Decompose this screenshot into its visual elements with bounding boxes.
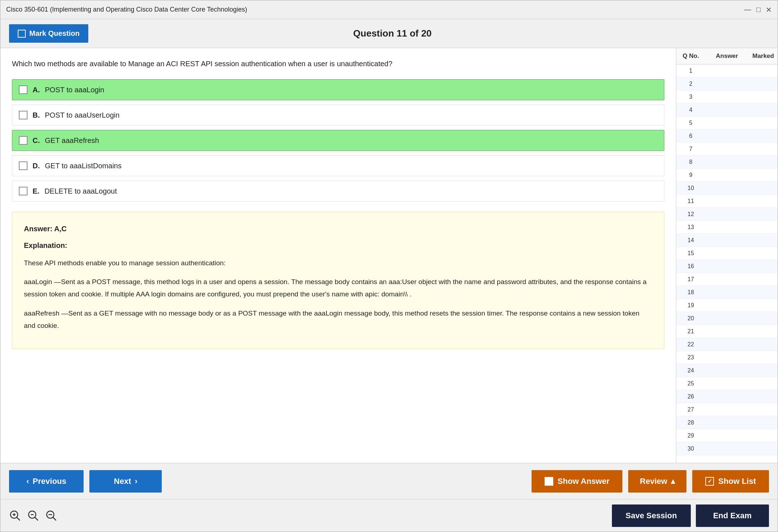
choice-c-checkbox <box>19 136 28 145</box>
close-button[interactable]: ✕ <box>766 5 772 14</box>
sidebar-row[interactable]: 6 <box>676 130 778 143</box>
sidebar-row[interactable]: 13 <box>676 221 778 234</box>
show-list-checkbox-icon: ✓ <box>705 477 714 486</box>
sidebar-row[interactable]: 8 <box>676 156 778 169</box>
svg-line-6 <box>35 517 38 520</box>
sidebar-row[interactable]: 9 <box>676 169 778 182</box>
sidebar-row[interactable]: 17 <box>676 273 778 286</box>
previous-button[interactable]: ‹ Previous <box>9 470 84 493</box>
explanation-p2: aaaLogin —Sent as a POST message, this m… <box>24 276 652 300</box>
choice-b[interactable]: B. POST to aaaUserLogin <box>12 105 664 126</box>
bottom-right-buttons: Save Session End Exam <box>612 504 769 527</box>
choice-a[interactable]: A. POST to aaaLogin <box>12 79 664 100</box>
window-controls: — □ ✕ <box>744 5 772 14</box>
choice-e[interactable]: E. DELETE to aaaLogout <box>12 181 664 202</box>
sidebar-row-num: 23 <box>676 354 705 361</box>
question-area: Which two methods are available to Manag… <box>0 48 676 463</box>
show-list-button[interactable]: ✓ Show List <box>692 470 769 493</box>
sidebar-header: Q No. Answer Marked <box>676 48 778 64</box>
sidebar-row[interactable]: 19 <box>676 299 778 312</box>
sidebar-row[interactable]: 22 <box>676 338 778 351</box>
zoom-controls <box>9 510 58 522</box>
zoom-reset-icon <box>27 510 39 522</box>
sidebar-row[interactable]: 26 <box>676 390 778 403</box>
question-title: Question 11 of 20 <box>353 28 432 39</box>
choice-d-label: D. <box>33 162 40 170</box>
choice-c[interactable]: C. GET aaaRefresh <box>12 130 664 151</box>
sidebar-row[interactable]: 10 <box>676 182 778 195</box>
sidebar-row[interactable]: 24 <box>676 364 778 377</box>
mark-checkbox-icon <box>18 30 26 38</box>
end-exam-button[interactable]: End Exam <box>696 504 769 527</box>
sidebar-row-num: 16 <box>676 263 705 270</box>
sidebar-row[interactable]: 15 <box>676 247 778 260</box>
sidebar-row-num: 27 <box>676 406 705 413</box>
choice-a-text: POST to aaaLogin <box>45 86 104 94</box>
sidebar-row[interactable]: 3 <box>676 90 778 104</box>
sidebar-list[interactable]: 1 2 3 4 5 6 7 8 <box>676 64 778 463</box>
zoom-in-button[interactable] <box>9 510 21 522</box>
sidebar-row[interactable]: 29 <box>676 429 778 442</box>
sidebar-row[interactable]: 28 <box>676 416 778 429</box>
sidebar-row[interactable]: 2 <box>676 77 778 90</box>
sidebar-row-num: 8 <box>676 159 705 165</box>
sidebar-row[interactable]: 25 <box>676 377 778 390</box>
sidebar-col-answer: Answer <box>705 52 749 60</box>
title-bar: Cisco 350-601 (Implementing and Operatin… <box>0 0 778 19</box>
review-button[interactable]: Review ▴ <box>628 470 686 493</box>
sidebar-row[interactable]: 27 <box>676 403 778 416</box>
sidebar-row-num: 17 <box>676 276 705 283</box>
sidebar-row[interactable]: 20 <box>676 312 778 325</box>
sidebar-row-num: 11 <box>676 198 705 204</box>
choice-a-checkbox <box>19 85 28 94</box>
bottom-bar: ‹ Previous Next › Show Answer Review ▴ ✓… <box>0 463 778 499</box>
zoom-reset-button[interactable] <box>27 510 39 522</box>
sidebar-row[interactable]: 18 <box>676 286 778 299</box>
sidebar: Q No. Answer Marked 1 2 3 4 5 6 <box>676 48 778 463</box>
save-session-button[interactable]: Save Session <box>612 504 691 527</box>
sidebar-row[interactable]: 4 <box>676 104 778 117</box>
sidebar-row[interactable]: 7 <box>676 143 778 156</box>
sidebar-row[interactable]: 5 <box>676 117 778 130</box>
toolbar: Mark Question Question 11 of 20 <box>0 19 778 48</box>
svg-line-3 <box>17 517 20 520</box>
minimize-button[interactable]: — <box>744 5 751 14</box>
sidebar-row-num: 18 <box>676 289 705 296</box>
sidebar-row[interactable]: 23 <box>676 351 778 364</box>
sidebar-row[interactable]: 12 <box>676 208 778 221</box>
sidebar-row-num: 24 <box>676 367 705 374</box>
choice-e-text: DELETE to aaaLogout <box>45 187 117 195</box>
answer-box: Answer: A,C Explanation: These API metho… <box>12 212 664 349</box>
choice-a-label: A. <box>33 86 40 94</box>
zoom-out-icon <box>45 510 58 522</box>
previous-chevron-icon: ‹ <box>26 477 29 486</box>
choice-b-text: POST to aaaUserLogin <box>45 111 119 119</box>
choice-c-label: C. <box>33 136 40 145</box>
choice-b-label: B. <box>33 111 40 119</box>
main-window: Cisco 350-601 (Implementing and Operatin… <box>0 0 778 532</box>
sidebar-col-qno: Q No. <box>676 52 705 60</box>
maximize-button[interactable]: □ <box>756 5 761 14</box>
sidebar-row[interactable]: 1 <box>676 64 778 77</box>
sidebar-row-num: 13 <box>676 224 705 231</box>
sidebar-row-num: 22 <box>676 341 705 348</box>
sidebar-row[interactable]: 21 <box>676 325 778 338</box>
show-list-label: Show List <box>718 477 756 486</box>
sidebar-row[interactable]: 16 <box>676 260 778 273</box>
mark-question-button[interactable]: Mark Question <box>9 24 88 43</box>
sidebar-row-num: 6 <box>676 133 705 139</box>
window-title: Cisco 350-601 (Implementing and Operatin… <box>6 6 247 13</box>
show-answer-button[interactable]: Show Answer <box>532 470 622 493</box>
choice-d[interactable]: D. GET to aaaListDomains <box>12 155 664 176</box>
sidebar-row[interactable]: 14 <box>676 234 778 247</box>
sidebar-row-num: 14 <box>676 237 705 244</box>
sidebar-row-num: 28 <box>676 419 705 426</box>
sidebar-row[interactable]: 11 <box>676 195 778 208</box>
show-answer-checkbox-icon <box>545 477 553 486</box>
sidebar-row[interactable]: 30 <box>676 442 778 455</box>
bottom-bar2: Save Session End Exam <box>0 499 778 532</box>
next-button[interactable]: Next › <box>89 470 162 493</box>
sidebar-row-num: 1 <box>676 68 705 74</box>
choices-list: A. POST to aaaLogin B. POST to aaaUserLo… <box>12 79 664 202</box>
zoom-out-button[interactable] <box>45 510 58 522</box>
